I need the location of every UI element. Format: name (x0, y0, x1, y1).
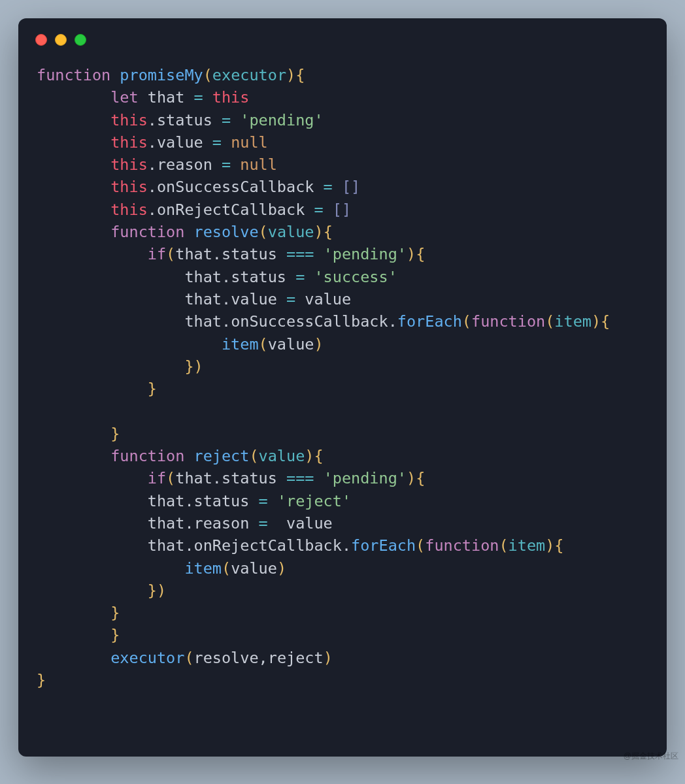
minimize-icon[interactable] (55, 34, 67, 46)
titlebar (18, 18, 667, 50)
code-window: function promiseMy(executor){ let that =… (18, 18, 667, 757)
watermark-text: @掘金技术社区 (624, 751, 678, 762)
close-icon[interactable] (35, 34, 47, 46)
code-block: function promiseMy(executor){ let that =… (18, 50, 667, 712)
zoom-icon[interactable] (75, 34, 86, 46)
